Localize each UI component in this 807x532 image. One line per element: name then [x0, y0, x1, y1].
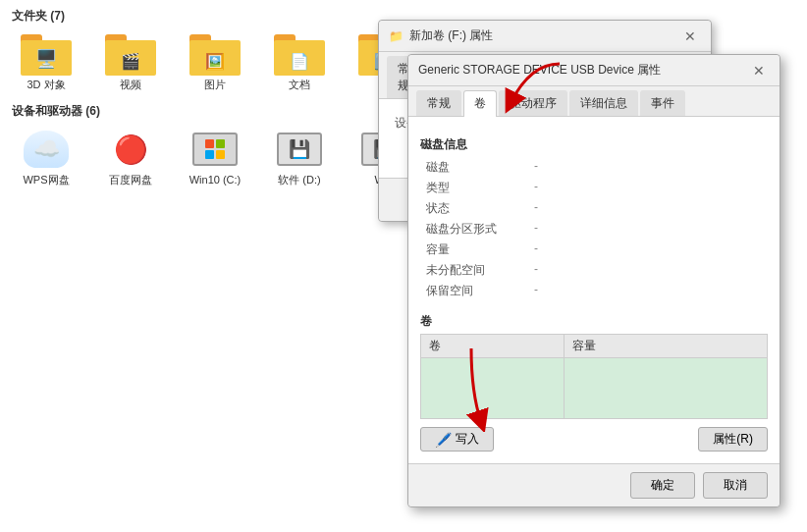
device-tab-general[interactable]: 常规: [416, 90, 461, 116]
volume-table: 卷 容量: [420, 334, 768, 419]
device-close-button[interactable]: ✕: [748, 60, 770, 81]
device-dialog-content: 磁盘信息 磁盘 - 类型 - 状态 - 磁盘分区形式 - 容量 -: [408, 117, 780, 463]
volume-col2-header: 容量: [565, 335, 768, 358]
props-dialog-title: 📁 新加卷 (F:) 属性: [389, 27, 493, 44]
props-title-icon: 📁: [389, 29, 404, 43]
folder-3d-label: 3D 对象: [27, 78, 65, 91]
disk-row: 磁盘 -: [420, 157, 768, 178]
capacity-value: -: [528, 239, 768, 260]
device-win10c-label: Win10 (C:): [189, 173, 242, 186]
unallocated-value: -: [528, 260, 768, 281]
device-tab-volume[interactable]: 卷: [463, 90, 497, 117]
unallocated-key: 未分配空间: [420, 260, 528, 281]
type-value: -: [528, 178, 768, 198]
props-title-text: 新加卷 (F:) 属性: [409, 27, 493, 44]
capacity-key: 容量: [420, 239, 528, 260]
folder-video[interactable]: 🎬 视频: [96, 32, 165, 91]
device-softd[interactable]: 💾 软件 (D:): [265, 128, 334, 186]
device-btn-row: 🖊️ 写入 属性(R): [420, 427, 768, 452]
write-button[interactable]: 🖊️ 写入: [420, 427, 494, 452]
device-tab-details[interactable]: 详细信息: [569, 90, 638, 116]
folder-docs-label: 文档: [289, 78, 310, 91]
device-title-text: Generic STORAGE DEVICE USB Device 属性: [418, 62, 661, 79]
volume-section-title: 卷: [420, 313, 768, 330]
device-ok-button[interactable]: 确定: [630, 472, 695, 499]
props-dialog-titlebar: 📁 新加卷 (F:) 属性 ✕: [379, 21, 711, 52]
device-wps[interactable]: ☁️ WPS网盘: [12, 128, 81, 186]
reserved-row: 保留空间 -: [420, 281, 768, 301]
disk-info-section: 磁盘信息: [420, 136, 768, 153]
write-btn-label: 写入: [456, 431, 479, 448]
status-key: 状态: [420, 198, 528, 219]
device-baidu[interactable]: 🔴 百度网盘: [96, 128, 165, 186]
volume-props-button[interactable]: 属性(R): [698, 427, 768, 452]
partition-value: -: [528, 219, 768, 239]
capacity-row: 容量 -: [420, 239, 768, 260]
status-value: -: [528, 198, 768, 219]
device-cancel-button[interactable]: 取消: [703, 472, 768, 499]
volume-col2-cell: [565, 358, 768, 419]
folder-video-label: 视频: [120, 78, 141, 91]
write-icon: 🖊️: [435, 432, 452, 448]
device-win10c[interactable]: Win10 (C:): [181, 128, 249, 186]
unallocated-row: 未分配空间 -: [420, 260, 768, 281]
volume-header-row: 卷 容量: [421, 335, 768, 358]
device-dialog-titlebar: Generic STORAGE DEVICE USB Device 属性 ✕: [408, 55, 780, 86]
disk-value: -: [528, 157, 768, 178]
partition-row: 磁盘分区形式 -: [420, 219, 768, 239]
disk-key: 磁盘: [420, 157, 528, 178]
device-tab-driver[interactable]: 驱动程序: [499, 90, 567, 116]
type-key: 类型: [420, 178, 528, 198]
folder-docs[interactable]: 📄 文档: [265, 32, 334, 91]
device-dialog-footer: 确定 取消: [408, 463, 780, 506]
disk-info-table: 磁盘 - 类型 - 状态 - 磁盘分区形式 - 容量 - 未分配空间 -: [420, 157, 768, 301]
device-tab-events[interactable]: 事件: [640, 90, 685, 116]
volume-data-row: [421, 358, 768, 419]
partition-key: 磁盘分区形式: [420, 219, 528, 239]
volume-col1-cell: [421, 358, 565, 419]
volume-col1-header: 卷: [421, 335, 565, 358]
device-properties-dialog: Generic STORAGE DEVICE USB Device 属性 ✕ 常…: [407, 54, 780, 507]
props-close-button[interactable]: ✕: [679, 26, 701, 47]
folder-pictures-label: 图片: [204, 78, 226, 91]
reserved-value: -: [528, 281, 768, 301]
device-tabs: 常规 卷 驱动程序 详细信息 事件: [408, 86, 780, 117]
type-row: 类型 -: [420, 178, 768, 198]
folder-3d[interactable]: 🖥️ 3D 对象: [12, 32, 81, 91]
device-dialog-title: Generic STORAGE DEVICE USB Device 属性: [418, 62, 661, 79]
folder-pictures[interactable]: 🖼️ 图片: [181, 32, 249, 91]
device-wps-label: WPS网盘: [23, 173, 69, 186]
status-row: 状态 -: [420, 198, 768, 219]
device-baidu-label: 百度网盘: [109, 173, 152, 186]
reserved-key: 保留空间: [420, 281, 528, 301]
device-softd-label: 软件 (D:): [278, 173, 320, 186]
